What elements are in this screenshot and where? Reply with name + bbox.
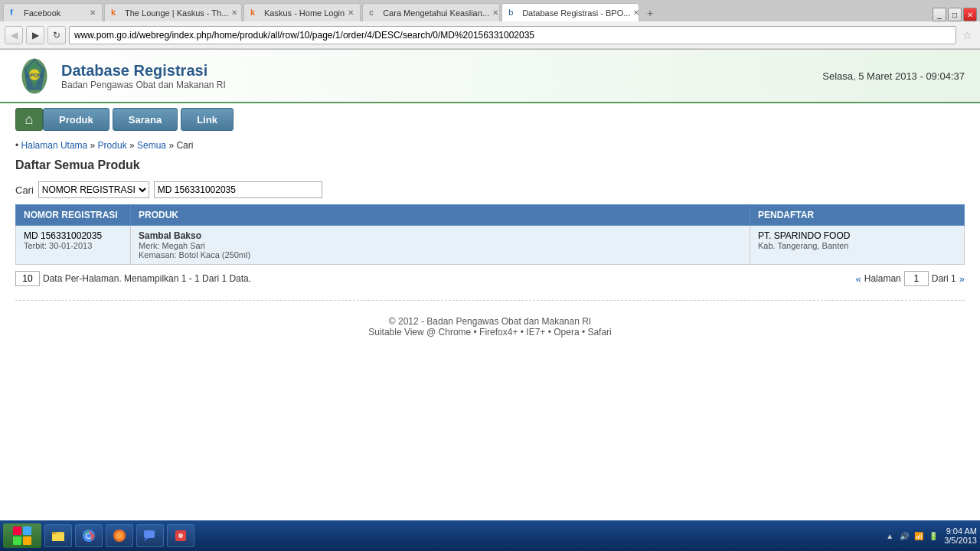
cell-product: Sambal Bakso Merk: Megah Sari Kemasan: B… (131, 226, 750, 265)
new-tab-button[interactable]: + (641, 5, 659, 21)
home-icon: ⌂ (25, 112, 34, 128)
tray-speaker-icon[interactable]: 🔊 (898, 530, 910, 542)
breadcrumb-semua[interactable]: Semua (137, 140, 166, 151)
breadcrumb-produk[interactable]: Produk (98, 140, 127, 151)
start-button[interactable] (3, 523, 41, 548)
svg-rect-6 (23, 527, 31, 535)
table-row[interactable]: MD 156331002035 Terbit: 30-01-2013 Samba… (16, 226, 965, 265)
orange-icon (113, 529, 126, 543)
svg-rect-5 (13, 527, 21, 535)
breadcrumb-sep3: » (168, 140, 176, 151)
tray-battery-icon[interactable]: 🔋 (927, 530, 939, 542)
cell-reg-number: MD 156331002035 Terbit: 30-01-2013 (16, 226, 131, 265)
col-header-pendaftar: PENDAFTAR (750, 205, 965, 226)
svg-rect-10 (52, 533, 64, 541)
paint-icon (174, 529, 188, 543)
search-bar: Cari NOMOR REGISTRASI NAMA PRODUK PENDAF… (0, 178, 980, 204)
page-number-input[interactable] (904, 271, 929, 286)
tab-facebook-label: Facebook (24, 8, 60, 18)
breadcrumb-home[interactable]: Halaman Utama (21, 140, 88, 151)
pagination-info-text: Data Per-Halaman. Menampilkan 1 - 1 Dari… (43, 273, 251, 284)
tab-lounge-label: The Lounge | Kaskus - Th... (125, 8, 228, 18)
svg-rect-11 (52, 532, 57, 534)
taskbar-chat[interactable] (136, 524, 164, 547)
browser-chrome: f Facebook ✕ k The Lounge | Kaskus - Th.… (0, 0, 980, 50)
tab-lounge-close[interactable]: ✕ (228, 8, 237, 17)
site-header-left: BPOM Database Registrasi Badan Pengawas … (15, 55, 226, 97)
home-nav-button[interactable]: ⌂ (15, 108, 43, 131)
table-header-row: NOMOR REGISTRASI PRODUK PENDAFTAR (16, 205, 965, 226)
pendaftar-name: PT. SPARINDO FOOD (758, 230, 956, 241)
footer-compatible: Suitable View @ Chrome • Firefox4+ • IE7… (8, 327, 972, 337)
taskbar-paint[interactable] (167, 524, 194, 547)
site-logo: BPOM (15, 55, 54, 97)
kaskus-favicon2: k (250, 8, 261, 18)
taskbar-explorer[interactable] (44, 524, 72, 547)
site-header: BPOM Database Registrasi Badan Pengawas … (0, 50, 980, 103)
site-subtitle: Badan Pengawas Obat dan Makanan RI (61, 80, 226, 90)
pagination-info-left: Data Per-Halaman. Menampilkan 1 - 1 Dari… (15, 271, 251, 286)
back-button[interactable]: ◀ (5, 26, 23, 44)
minimize-button[interactable]: _ (933, 8, 946, 21)
product-name: Sambal Bakso (139, 230, 742, 241)
page-label: Halaman (864, 273, 901, 284)
tray-network-icon[interactable]: 📶 (913, 530, 925, 542)
product-merk: Merk: Megah Sari (139, 241, 742, 250)
col-header-product: PRODUK (131, 205, 750, 226)
breadcrumb: • Halaman Utama » Produk » Semua » Cari (0, 135, 980, 155)
nav-link[interactable]: Link (181, 108, 234, 131)
prev-page-button[interactable]: « (855, 273, 861, 285)
tab-bpom[interactable]: b Database Registrasi - BPO... ✕ (501, 3, 639, 21)
svg-point-16 (116, 532, 123, 540)
forward-button[interactable]: ▶ (26, 26, 44, 44)
tab-cara-label: Cara Mengetahui Keaslian... (383, 8, 489, 18)
breadcrumb-sep1: » (90, 140, 98, 151)
svg-point-14 (87, 533, 91, 538)
close-button[interactable]: ✕ (963, 8, 977, 21)
tab-login[interactable]: k Kaskus - Home Login ✕ (243, 3, 361, 21)
tab-facebook[interactable]: f Facebook ✕ (3, 3, 103, 21)
maximize-button[interactable]: □ (948, 8, 962, 21)
windows-logo-icon (11, 525, 33, 546)
tab-bpom-label: Database Registrasi - BPO... (522, 8, 630, 18)
taskbar-right: ▲ 🔊 📶 🔋 9:04 AM 3/5/2013 (884, 527, 977, 545)
next-page-button[interactable]: » (959, 273, 965, 285)
page-content: BPOM Database Registrasi Badan Pengawas … (0, 50, 980, 345)
svg-rect-7 (13, 536, 21, 545)
site-name: Database Registrasi (61, 62, 226, 80)
tab-cara[interactable]: c Cara Mengetahui Keaslian... ✕ (362, 3, 500, 21)
tab-bpom-close[interactable]: ✕ (630, 8, 639, 17)
breadcrumb-bullet: • (15, 140, 21, 151)
file-explorer-icon (51, 529, 65, 543)
nav-produk[interactable]: Produk (43, 108, 109, 131)
tray-arrow-icon[interactable]: ▲ (884, 530, 896, 542)
kaskus-favicon1: k (111, 8, 122, 18)
bpom-favicon: b (508, 8, 519, 18)
tab-facebook-close[interactable]: ✕ (87, 8, 96, 17)
bookmark-star[interactable]: ☆ (959, 29, 975, 41)
refresh-button[interactable]: ↻ (47, 26, 66, 44)
svg-rect-8 (23, 536, 31, 545)
search-type-select[interactable]: NOMOR REGISTRASI NAMA PRODUK PENDAFTAR (38, 181, 149, 198)
site-footer: © 2012 - Badan Pengawas Obat dan Makanan… (0, 308, 980, 345)
taskbar-orange[interactable] (106, 524, 133, 547)
reg-date: Terbit: 30-01-2013 (24, 241, 122, 250)
per-page-input[interactable] (15, 271, 40, 286)
footer-divider (15, 300, 965, 301)
breadcrumb-sep2: » (129, 140, 137, 151)
nav-sarana[interactable]: Sarana (113, 108, 178, 131)
tab-lounge[interactable]: k The Lounge | Kaskus - Th... ✕ (104, 3, 242, 21)
search-label: Cari (15, 184, 34, 196)
tray-icons: ▲ 🔊 📶 🔋 (884, 530, 939, 542)
site-datetime: Selasa, 5 Maret 2013 - 09:04:37 (822, 70, 965, 82)
taskbar-chrome[interactable] (75, 524, 103, 547)
tabs-bar: f Facebook ✕ k The Lounge | Kaskus - Th.… (0, 0, 980, 21)
chat-icon (143, 529, 157, 543)
tab-login-label: Kaskus - Home Login (264, 8, 345, 18)
tab-cara-close[interactable]: ✕ (489, 8, 498, 17)
address-input[interactable] (69, 26, 956, 44)
tab-login-close[interactable]: ✕ (345, 8, 354, 17)
svg-point-20 (178, 533, 183, 538)
search-input[interactable] (154, 181, 322, 198)
results-table: NOMOR REGISTRASI PRODUK PENDAFTAR MD 156… (15, 204, 965, 265)
